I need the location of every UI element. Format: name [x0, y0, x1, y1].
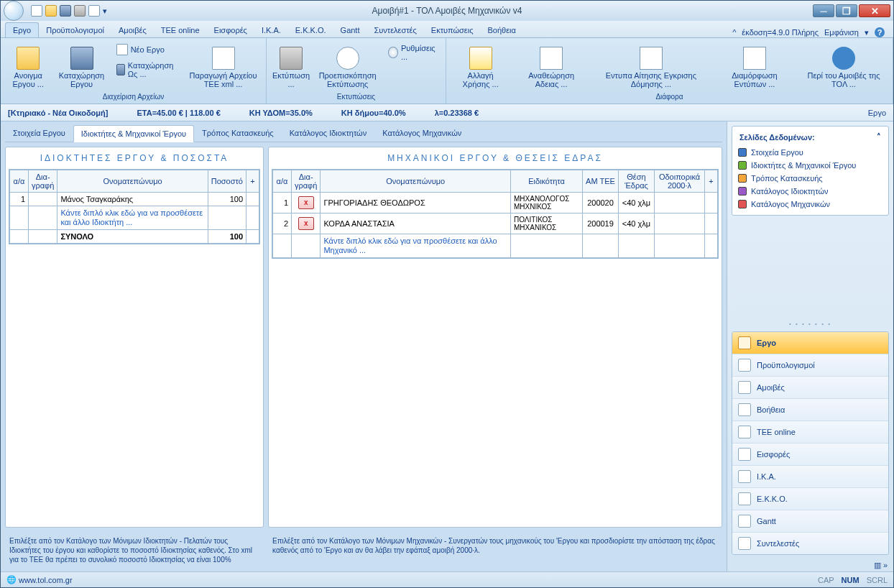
- table-row: Κάντε διπλό κλικ εδώ για να προσθέσετε κ…: [10, 206, 259, 230]
- status-url[interactable]: www.tol.com.gr: [19, 576, 73, 584]
- color-icon: [738, 161, 747, 170]
- owners-total: 100: [208, 230, 246, 244]
- nav-item[interactable]: ΤΕΕ online: [732, 421, 888, 443]
- subtab-engineer-catalog[interactable]: Κατάλογος Μηχανικών: [374, 124, 469, 142]
- nav-icon: [738, 359, 751, 372]
- qat-print-icon[interactable]: [74, 5, 86, 17]
- appearance-menu[interactable]: Εμφάνιση: [824, 28, 859, 37]
- table-row: ΣΥΝΟΛΟ 100: [10, 230, 259, 244]
- delete-row-button[interactable]: x: [298, 196, 314, 209]
- nav-item[interactable]: Ε.Κ.Κ.Ο.: [732, 487, 888, 510]
- open-project-button[interactable]: Ανοιγμα Εργου ...: [4, 40, 52, 91]
- color-icon: [738, 200, 747, 208]
- qat-open-icon[interactable]: [45, 5, 57, 17]
- eta-value: ΕΤΑ=45.00 € | 118.00 €: [137, 109, 220, 117]
- qat-misc-icon[interactable]: [88, 5, 100, 17]
- save-project-button[interactable]: Καταχώρηση Εργου: [54, 40, 109, 91]
- subtab-owner-catalog[interactable]: Κατάλογος Ιδιοκτητών: [282, 124, 375, 142]
- ribbon-tab-gantt[interactable]: Gantt: [333, 23, 367, 37]
- app-orb[interactable]: [4, 1, 24, 21]
- nav-icon: [738, 336, 751, 349]
- color-icon: [738, 148, 747, 157]
- print-button[interactable]: Εκτύπωση ...: [269, 40, 313, 91]
- ribbon-tab-help[interactable]: Βοήθεια: [480, 23, 522, 37]
- maximize-button[interactable]: ❐: [836, 4, 857, 17]
- owners-grid[interactable]: α/α Δια- γραφή Ονοματεπώνυμο Ποσοστό + 1…: [9, 169, 260, 244]
- sidebar-page-item[interactable]: Κατάλογος Μηχανικών: [737, 198, 884, 211]
- close-button[interactable]: ✕: [859, 4, 890, 17]
- nav-icon: [738, 515, 751, 528]
- khydom-value: ΚΗ ΥΔΟΜ=35.0%: [249, 109, 313, 117]
- sidebar-chevron-icon[interactable]: »: [883, 561, 888, 569]
- ribbon-tab-budgets[interactable]: Προϋπολογισμοί: [39, 23, 111, 37]
- color-icon: [738, 187, 747, 196]
- sidebar-grip[interactable]: • • • • • • •: [727, 319, 893, 329]
- ribbon-tab-prints[interactable]: Εκτυπώσεις: [424, 23, 481, 37]
- sidebar-page-item[interactable]: Ιδιοκτήτες & Μηχανικοί Έργου: [737, 159, 884, 172]
- ribbon-tab-fees[interactable]: Αμοιβές: [111, 23, 154, 37]
- app-forms-button[interactable]: Εντυπα Αίτησης Εγκρισης Δόμησης ...: [591, 40, 711, 91]
- about-button[interactable]: Περί του Αμοιβές της ΤΟΛ ...: [798, 40, 890, 91]
- ribbon-tab-tee[interactable]: ΤΕΕ online: [154, 23, 207, 37]
- summary-right-label: Εργο: [868, 109, 886, 117]
- new-project-button[interactable]: Νέο Εργο: [114, 42, 179, 57]
- nav-item[interactable]: Βοήθεια: [732, 398, 888, 421]
- revise-license-button[interactable]: Αναθεώρηση Αδειας ...: [513, 40, 589, 91]
- sidebar-options-icon[interactable]: ▥: [874, 561, 881, 569]
- engineers-tip: Επιλέξτε από τον Κατάλογο των Μόνιμων Μη…: [268, 532, 722, 569]
- subtab-construction[interactable]: Τρόπος Κατασκευής: [194, 124, 282, 142]
- qat-save-icon[interactable]: [60, 5, 71, 17]
- sidebar-page-item[interactable]: Κατάλογος Ιδιοκτητών: [737, 185, 884, 198]
- ribbon-tab-eisf[interactable]: Εισφορές: [207, 23, 254, 37]
- color-icon: [738, 174, 747, 183]
- sidebar-page-item[interactable]: Στοιχεία Εργου: [737, 146, 884, 159]
- sb-pages-title: Σελίδες Δεδομένων:: [739, 133, 815, 142]
- table-row: 1 x ΓΡΗΓΟΡΙΑΔΗΣ ΘΕΟΔΩΡΟΣ ΜΗΧΑΝΟΛΟΓΟΣ ΜΗΧ…: [273, 193, 718, 213]
- owners-panel-title: ΙΔΙΟΚΤΗΤΕΣ ΕΡΓΟΥ & ΠΟΣΟΣΤΑ: [6, 147, 263, 169]
- engineers-panel-title: ΜΗΧΑΝΙΚΟΙ ΕΡΓΟΥ & ΘΕΣΕΙΣ ΕΔΡΑΣ: [269, 147, 722, 169]
- help-icon[interactable]: ?: [875, 27, 885, 37]
- subtab-owners-engineers[interactable]: Ιδιοκτήτες & Μηχανικοί Έργου: [73, 125, 194, 142]
- nav-icon: [738, 537, 751, 550]
- engineers-add-hint[interactable]: Κάντε διπλό κλικ εδώ για να προσθέσετε κ…: [321, 234, 511, 258]
- status-url-icon: 🌐: [6, 575, 17, 584]
- xml-export-button[interactable]: Παραγωγή Αρχείου ΤΕΕ xml ...: [183, 40, 263, 91]
- group-files-label: Διαχείριση Αρχείων: [4, 91, 263, 102]
- nav-item[interactable]: Εισφορές: [732, 443, 888, 465]
- ribbon-tab-strip: Εργο Προϋπολογισμοί Αμοιβές ΤΕΕ online Ε…: [1, 21, 893, 38]
- cap-indicator: CAP: [818, 576, 834, 584]
- owners-add-hint[interactable]: Κάντε διπλό κλικ εδώ για να προσθέσετε κ…: [57, 206, 208, 230]
- nav-item[interactable]: Συντελεστές: [732, 532, 888, 554]
- scrl-indicator: SCRL: [867, 576, 888, 584]
- subtab-project-info[interactable]: Στοιχεία Εργου: [5, 124, 73, 142]
- ribbon-tab-ergo[interactable]: Εργο: [5, 22, 39, 37]
- table-row: 1 Μάνος Τσαγκαράκης 100: [10, 193, 259, 206]
- nav-icon: [738, 492, 751, 505]
- table-row: Κάντε διπλό κλικ εδώ για να προσθέσετε κ…: [273, 234, 718, 258]
- delete-row-button[interactable]: x: [298, 217, 314, 230]
- nav-item[interactable]: Gantt: [732, 510, 888, 532]
- ribbon-tab-coef[interactable]: Συντελεστές: [367, 23, 423, 37]
- sidebar-page-item[interactable]: Τρόπος Κατασκευής: [737, 172, 884, 185]
- nav-icon: [738, 381, 751, 394]
- engineers-grid[interactable]: α/α Δια- γραφή Ονοματεπώνυμο Ειδικότητα …: [272, 169, 719, 259]
- ribbon-tab-ekko[interactable]: Ε.Κ.Κ.Ο.: [288, 23, 333, 37]
- preview-button[interactable]: Προεπισκόπηση Εκτύπωσης: [314, 40, 381, 91]
- nav-icon: [738, 426, 751, 438]
- qat-new-icon[interactable]: [31, 5, 42, 17]
- nav-item[interactable]: Ι.Κ.Α.: [732, 465, 888, 487]
- nav-item[interactable]: Εργο: [732, 332, 888, 354]
- ribbon-tab-ika[interactable]: Ι.Κ.Α.: [254, 23, 288, 37]
- save-as-button[interactable]: Καταχώρηση Ως ...: [114, 60, 179, 80]
- qat-dropdown-icon[interactable]: ▾: [103, 6, 107, 16]
- version-label: έκδοση=4.9.0 Πλήρης: [742, 28, 819, 37]
- change-use-button[interactable]: Αλλαγή Χρήσης ...: [449, 40, 512, 91]
- collapse-icon[interactable]: ˄: [877, 132, 881, 142]
- form-layout-button[interactable]: Διαμόρφωση Εντύπων ...: [713, 40, 796, 91]
- print-settings-button[interactable]: Ρυθμίσεις ...: [385, 42, 440, 63]
- nav-icon: [738, 448, 751, 461]
- nav-item[interactable]: Προϋπολογισμοί: [732, 354, 888, 376]
- nav-item[interactable]: Αμοιβές: [732, 376, 888, 398]
- minimize-button[interactable]: ─: [813, 4, 834, 17]
- project-badge: [Κτηριακό - Νέα Οικοδομή]: [8, 109, 108, 117]
